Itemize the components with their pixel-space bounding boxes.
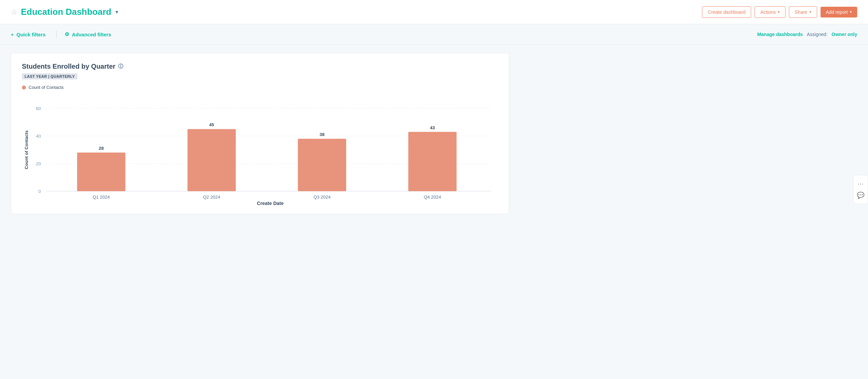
- right-panel: ⋯ 💬: [853, 175, 868, 204]
- bar-q3[interactable]: [298, 139, 346, 191]
- chart-badge: LAST YEAR | QUARTERLY: [22, 73, 78, 80]
- assigned-label: Assigned:: [807, 32, 827, 37]
- svg-text:40: 40: [36, 134, 41, 139]
- share-chevron-icon: ▾: [809, 10, 811, 14]
- svg-text:Q2 2024: Q2 2024: [203, 194, 220, 199]
- assigned-value: Owner only: [832, 32, 857, 37]
- plus-icon: +: [11, 32, 14, 37]
- header: ☆ Education Dashboard ▾ Create dashboard…: [0, 0, 868, 24]
- actions-button[interactable]: Actions ▾: [754, 6, 785, 18]
- bar-q2[interactable]: [188, 129, 236, 191]
- header-left: ☆ Education Dashboard ▾: [11, 7, 118, 17]
- bar-q4[interactable]: [408, 132, 457, 191]
- svg-text:0: 0: [38, 189, 41, 194]
- grid-icon[interactable]: ⋯: [856, 178, 865, 189]
- svg-text:Q1 2024: Q1 2024: [93, 194, 110, 199]
- svg-text:43: 43: [430, 125, 435, 130]
- share-button[interactable]: Share ▾: [789, 6, 817, 18]
- svg-text:28: 28: [99, 146, 104, 151]
- chevron-down-icon[interactable]: ▾: [116, 9, 118, 15]
- filter-right: Manage dashboards Assigned: Owner only: [757, 32, 857, 37]
- svg-text:Create Date: Create Date: [257, 200, 284, 206]
- quick-filters-button[interactable]: + Quick filters: [11, 32, 54, 37]
- advanced-filters-button[interactable]: ⚙ Advanced filters: [59, 31, 111, 37]
- legend-dot: [22, 86, 26, 90]
- svg-text:45: 45: [209, 122, 214, 127]
- dashboard-title: Education Dashboard: [21, 7, 112, 17]
- bar-chart: 60 40 20 0 Count of Contacts: [22, 93, 498, 207]
- svg-text:38: 38: [319, 132, 324, 137]
- actions-chevron-icon: ▾: [778, 10, 780, 14]
- chart-wrapper: 60 40 20 0 Count of Contacts: [22, 93, 498, 207]
- svg-text:Q3 2024: Q3 2024: [313, 194, 331, 199]
- main-content: Students Enrolled by Quarter ⓘ LAST YEAR…: [0, 45, 868, 222]
- svg-text:Q4 2024: Q4 2024: [424, 194, 441, 199]
- filter-bar: + Quick filters ⚙ Advanced filters Manag…: [0, 24, 868, 45]
- chart-legend: Count of Contacts: [22, 85, 498, 90]
- add-report-chevron-icon: ▾: [850, 10, 852, 14]
- svg-text:20: 20: [36, 161, 41, 166]
- header-actions: Create dashboard Actions ▾ Share ▾ Add r…: [702, 6, 857, 18]
- create-dashboard-button[interactable]: Create dashboard: [702, 6, 751, 18]
- chat-icon[interactable]: 💬: [856, 189, 866, 201]
- filter-divider: [56, 30, 57, 38]
- svg-text:60: 60: [36, 106, 41, 111]
- chart-title: Students Enrolled by Quarter ⓘ: [22, 63, 498, 70]
- manage-dashboards-link[interactable]: Manage dashboards: [757, 32, 803, 37]
- info-icon[interactable]: ⓘ: [118, 63, 123, 70]
- add-report-button[interactable]: Add report ▾: [820, 7, 857, 18]
- sliders-icon: ⚙: [65, 31, 69, 37]
- bar-q1[interactable]: [77, 153, 125, 191]
- star-icon[interactable]: ☆: [11, 8, 18, 17]
- svg-text:Count of Contacts: Count of Contacts: [24, 130, 29, 169]
- chart-card: Students Enrolled by Quarter ⓘ LAST YEAR…: [11, 53, 509, 214]
